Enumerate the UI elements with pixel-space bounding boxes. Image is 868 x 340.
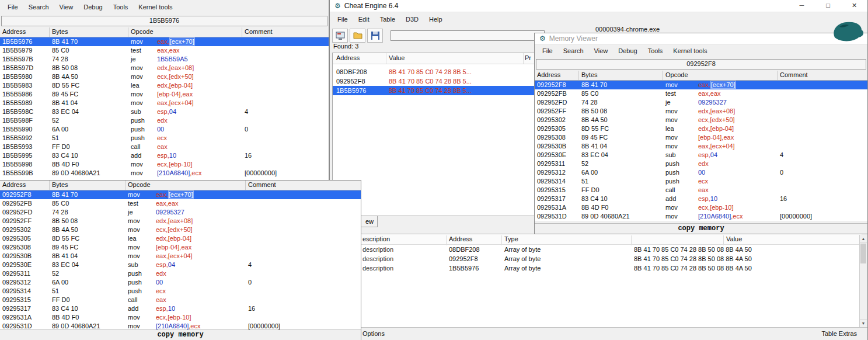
maximize-button[interactable]: □ xyxy=(815,0,841,12)
disasm-row-1B5B5993[interactable]: 1B5B5993FF D0calleax xyxy=(0,143,329,151)
disasm-row-0929531D[interactable]: 0929531D89 0D 40680A21mov[210A6840],ecx[… xyxy=(535,212,867,221)
disasm-row-09295302[interactable]: 092953028B 4A 50movecx,[edx+50] xyxy=(0,225,361,234)
column-header-table-value[interactable]: Value xyxy=(726,235,742,242)
disasm-row-1B5B597B[interactable]: 1B5B597B74 28je1B5B59A5 xyxy=(0,55,329,64)
menu-item-d3d[interactable]: D3D xyxy=(400,13,424,26)
menu-item-search[interactable]: Search xyxy=(23,1,54,13)
disasm-row-092952FF[interactable]: 092952FF8B 50 08movedx,[eax+08] xyxy=(535,107,867,116)
disasm-row-09295302[interactable]: 092953028B 4A 50movecx,[edx+50] xyxy=(535,116,867,124)
disasm-row-1B5B5980[interactable]: 1B5B59808B 4A 50movecx,[edx+50] xyxy=(0,72,329,81)
menu-item-kernel-tools[interactable]: Kernel tools xyxy=(668,44,712,57)
menu-item-debug[interactable]: Debug xyxy=(613,44,642,57)
column-header-address[interactable]: Address xyxy=(0,27,50,37)
save-table-button[interactable] xyxy=(367,29,383,43)
menu-item-view[interactable]: View xyxy=(589,44,613,57)
disasm-row-09295305[interactable]: 092953058D 55 FCleaedx,[ebp-04] xyxy=(0,234,361,243)
column-header-bytes[interactable]: Bytes xyxy=(50,181,126,190)
disasm-row-09295317[interactable]: 0929531783 C4 10addesp,1016 xyxy=(0,304,361,313)
cheat-table-row-1B5B5976[interactable]: description1B5B5976Array of byte8B 41 70… xyxy=(330,263,862,273)
main-title-bar[interactable]: ⚙ Cheat Engine 6.4 ─ □ ✕ xyxy=(330,0,867,12)
memory-viewer-title-bar[interactable]: ⚙ Memory Viewer xyxy=(535,33,867,44)
copy-memory-label[interactable]: copy memory xyxy=(0,329,361,340)
menu-item-file[interactable]: File xyxy=(537,44,558,57)
disasm-row-092952FB[interactable]: 092952FB85 C0testeax,eax xyxy=(535,89,867,98)
column-header-value[interactable]: Value xyxy=(386,53,524,64)
scroll-up-arrow[interactable]: ▲ xyxy=(860,235,867,243)
disasm-row-092952FB[interactable]: 092952FB85 C0testeax,eax xyxy=(0,199,361,208)
disasm-row-1B5B5979[interactable]: 1B5B597985 C0testeax,eax xyxy=(0,46,329,55)
disasm-row-0929531A[interactable]: 0929531A8B 4D F0movecx,[ebp-10] xyxy=(535,203,867,212)
disasm-row-09295308[interactable]: 0929530889 45 FCmov[ebp-04],eax xyxy=(535,133,867,142)
disasm-row-09295312[interactable]: 092953126A 00push000 xyxy=(535,168,867,177)
current-address-box[interactable]: 092952F8 xyxy=(536,59,866,70)
disasm-row-1B5B599B[interactable]: 1B5B599B89 0D 40680A21mov[210A6840],ecx[… xyxy=(0,169,329,178)
disasm-row-0929531D[interactable]: 0929531D89 0D 40680A21mov[210A6840],ecx[… xyxy=(0,322,361,329)
column-header-opcode[interactable]: Opcode xyxy=(126,181,246,190)
current-address-box[interactable]: 1B5B5976 xyxy=(1,16,327,26)
table-extras-label[interactable]: Table Extras xyxy=(821,330,857,337)
scroll-down-arrow[interactable]: ▼ xyxy=(860,319,867,327)
column-header-table-address[interactable]: Address xyxy=(449,235,472,242)
disasm-row-1B5B5989[interactable]: 1B5B59898B 41 04moveax,[ecx+04] xyxy=(0,99,329,107)
menu-item-tools[interactable]: Tools xyxy=(643,44,668,57)
found-row-08DBF208[interactable]: 08DBF2088B 41 70 85 C0 74 28 8B 5... xyxy=(333,67,534,77)
column-header-address[interactable]: Address xyxy=(333,53,386,64)
disasm-row-1B5B598F[interactable]: 1B5B598F52pushedx xyxy=(0,116,329,125)
column-header-bytes[interactable]: Bytes xyxy=(579,71,663,80)
menu-item-help[interactable]: Help xyxy=(424,13,448,26)
menu-item-file[interactable]: File xyxy=(2,1,23,13)
column-header-opcode[interactable]: Opcode xyxy=(128,27,242,37)
disasm-row-1B5B5976[interactable]: 1B5B59768B 41 70moveax,[ecx+70] xyxy=(0,37,329,46)
scrollbar-thumb[interactable] xyxy=(860,244,866,263)
column-header-address[interactable]: Address xyxy=(0,181,50,190)
menu-item-kernel-tools[interactable]: Kernel tools xyxy=(133,1,177,13)
column-header-previous-partial[interactable]: Pr xyxy=(524,53,534,64)
disasm-row-0929530B[interactable]: 0929530B8B 41 04moveax,[ecx+04] xyxy=(535,142,867,151)
minimize-button[interactable]: ─ xyxy=(789,0,815,12)
disasm-row-09295315[interactable]: 09295315FF D0calleax xyxy=(0,296,361,304)
table-scrollbar[interactable]: ▲ ▼ xyxy=(859,235,867,327)
memory-view-toolbar-button[interactable] xyxy=(332,29,348,43)
disasm-row-09295314[interactable]: 0929531451pushecx xyxy=(0,287,361,296)
close-button[interactable]: ✕ xyxy=(841,0,867,12)
disasm-row-1B5B598C[interactable]: 1B5B598C83 EC 04subesp,044 xyxy=(0,107,329,116)
menu-item-table[interactable]: Table xyxy=(375,13,400,26)
disasm-row-09295311[interactable]: 0929531152pushedx xyxy=(0,269,361,278)
disasm-row-1B5B5998[interactable]: 1B5B59988B 4D F0movecx,[ebp-10] xyxy=(0,160,329,169)
disasm-row-1B5B5983[interactable]: 1B5B59838D 55 FCleaedx,[ebp-04] xyxy=(0,81,329,90)
column-header-opcode[interactable]: Opcode xyxy=(663,71,778,80)
column-header-description[interactable]: escription xyxy=(362,235,390,242)
disasm-row-1B5B5992[interactable]: 1B5B599251pushecx xyxy=(0,134,329,143)
disasm-row-09295311[interactable]: 0929531152pushedx xyxy=(535,159,867,168)
disasm-row-09295305[interactable]: 092953058D 55 FCleaedx,[ebp-04] xyxy=(535,124,867,133)
disasm-row-092952F8[interactable]: 092952F88B 41 70moveax,[ecx+70] xyxy=(535,81,867,89)
disasm-row-1B5B5990[interactable]: 1B5B59906A 00push000 xyxy=(0,125,329,134)
column-header-bytes[interactable]: Bytes xyxy=(50,27,128,37)
disasm-row-0929530E[interactable]: 0929530E83 EC 04subesp,044 xyxy=(0,261,361,269)
menu-item-search[interactable]: Search xyxy=(558,44,589,57)
disasm-row-092952FD[interactable]: 092952FD74 28je09295327 xyxy=(0,208,361,217)
cheat-table-row-08DBF208[interactable]: description08DBF208Array of byte8B 41 70… xyxy=(330,245,862,254)
column-header-comment[interactable]: Comment xyxy=(246,181,361,190)
menu-item-file[interactable]: File xyxy=(332,13,353,26)
disasm-row-09295315[interactable]: 09295315FF D0calleax xyxy=(535,186,867,195)
disasm-row-1B5B5986[interactable]: 1B5B598689 45 FCmov[ebp-04],eax xyxy=(0,90,329,99)
column-header-comment[interactable]: Comment xyxy=(242,27,329,37)
menu-item-tools[interactable]: Tools xyxy=(108,1,134,13)
copy-memory-label[interactable]: copy memory xyxy=(535,223,867,234)
column-header-type[interactable]: Type xyxy=(504,235,518,242)
cheat-table-row-092952F8[interactable]: description092952F8Array of byte8B 41 70… xyxy=(330,254,862,263)
disasm-row-1B5B597D[interactable]: 1B5B597D8B 50 08movedx,[eax+08] xyxy=(0,64,329,72)
column-header-address[interactable]: Address xyxy=(535,71,579,80)
disasm-row-092952F8[interactable]: 092952F88B 41 70moveax,[ecx+70] xyxy=(0,190,361,199)
disasm-row-09295308[interactable]: 0929530889 45 FCmov[ebp-04],eax xyxy=(0,243,361,252)
menu-item-view[interactable]: View xyxy=(54,1,79,13)
disasm-row-09295314[interactable]: 0929531451pushecx xyxy=(535,177,867,186)
disasm-row-092952FD[interactable]: 092952FD74 28je09295327 xyxy=(535,98,867,107)
options-label[interactable]: Options xyxy=(362,330,385,337)
open-table-button[interactable] xyxy=(350,29,365,43)
disasm-row-09295317[interactable]: 0929531783 C4 10addesp,1016 xyxy=(535,195,867,203)
column-header-comment[interactable]: Comment xyxy=(778,71,867,80)
found-row-1B5B5976[interactable]: 1B5B59768B 41 70 85 C0 74 28 8B 5... xyxy=(333,86,534,95)
disasm-row-0929530B[interactable]: 0929530B8B 41 04moveax,[ecx+04] xyxy=(0,252,361,261)
